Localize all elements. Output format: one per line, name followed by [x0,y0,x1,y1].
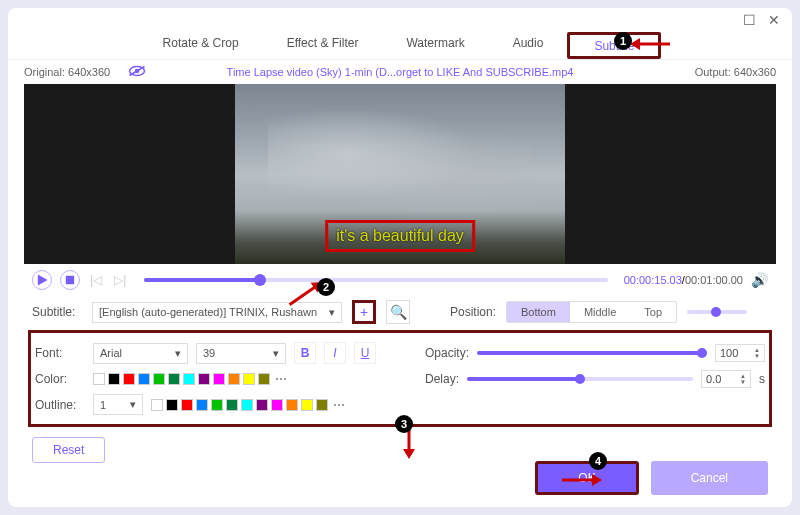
color-swatch[interactable] [196,399,208,411]
svg-marker-3 [38,274,48,285]
color-swatch[interactable] [301,399,313,411]
opacity-label: Opacity: [425,346,469,360]
annotation-marker-2: 2 [317,278,335,296]
color-label: Color: [35,372,85,386]
reset-button[interactable]: Reset [32,437,105,463]
original-resolution: Original: 640x360 [24,66,110,78]
annotation-marker-4: 4 [589,452,607,470]
color-swatch[interactable] [243,373,255,385]
more-colors-button[interactable]: ⋯ [273,372,289,386]
color-swatch[interactable] [258,373,270,385]
font-size-select[interactable]: 39▾ [196,343,286,364]
maximize-button[interactable]: ☐ [743,12,756,28]
color-swatch[interactable] [123,373,135,385]
output-resolution: Output: 640x360 [695,66,776,78]
color-swatch[interactable] [241,399,253,411]
titlebar: ☐ ✕ [8,8,792,32]
seek-slider[interactable] [144,278,607,282]
annotation-marker-1: 1 [614,32,632,50]
volume-icon[interactable]: 🔊 [751,272,768,288]
color-swatch[interactable] [316,399,328,411]
svg-marker-10 [403,449,415,459]
delay-slider[interactable] [467,377,693,381]
tab-rotate-crop[interactable]: Rotate & Crop [139,32,263,59]
bold-button[interactable]: B [294,342,316,364]
position-offset-slider[interactable] [687,310,747,314]
font-label: Font: [35,346,85,360]
preview-toggle-icon[interactable] [128,64,146,80]
cancel-button[interactable]: Cancel [651,461,768,495]
stop-button[interactable] [60,270,80,290]
svg-marker-12 [592,474,602,486]
underline-button[interactable]: U [354,342,376,364]
play-button[interactable] [32,270,52,290]
tabs-bar: Rotate & Crop Effect & Filter Watermark … [8,32,792,60]
annotation-arrow-4 [562,470,602,494]
more-colors-button[interactable]: ⋯ [331,398,347,412]
delay-label: Delay: [425,372,459,386]
subtitle-text: it's a beautiful day [336,227,464,244]
annotation-marker-3: 3 [395,415,413,433]
color-swatch[interactable] [166,399,178,411]
color-swatch[interactable] [138,373,150,385]
position-top[interactable]: Top [630,302,676,322]
tab-effect-filter[interactable]: Effect & Filter [263,32,383,59]
position-group: Bottom Middle Top [506,301,677,323]
outline-swatches: ⋯ [151,398,347,412]
time-display: 00:00:15.03/00:01:00.00 [624,274,743,286]
close-button[interactable]: ✕ [768,12,780,28]
font-select[interactable]: Arial▾ [93,343,188,364]
color-swatch[interactable] [271,399,283,411]
color-swatch[interactable] [108,373,120,385]
delay-unit: s [759,372,765,386]
video-preview: it's a beautiful day [24,84,776,264]
opacity-spinner[interactable]: 100▲▼ [715,344,765,362]
color-swatch[interactable] [168,373,180,385]
color-swatch[interactable] [153,373,165,385]
delay-spinner[interactable]: 0.0▲▼ [701,370,751,388]
color-swatch[interactable] [213,373,225,385]
italic-button[interactable]: I [324,342,346,364]
file-title: Time Lapse video (Sky) 1-min (D...orget … [227,66,574,78]
tab-audio[interactable]: Audio [489,32,568,59]
color-swatch[interactable] [198,373,210,385]
add-subtitle-button[interactable]: + [352,300,376,324]
color-swatch[interactable] [151,399,163,411]
style-panel: Font: Arial▾ 39▾ B I U Opacity: 100▲▼ Co… [28,330,772,427]
search-subtitle-button[interactable]: 🔍 [386,300,410,324]
svg-rect-4 [66,276,74,284]
color-swatch[interactable] [181,399,193,411]
position-middle[interactable]: Middle [570,302,630,322]
color-swatch[interactable] [211,399,223,411]
color-swatch[interactable] [93,373,105,385]
annotation-arrow-1 [630,34,670,58]
color-swatch[interactable] [226,399,238,411]
outline-label: Outline: [35,398,85,412]
position-label: Position: [450,305,496,319]
color-swatch[interactable] [286,399,298,411]
opacity-slider[interactable] [477,351,707,355]
color-swatch[interactable] [183,373,195,385]
position-bottom[interactable]: Bottom [507,302,570,322]
video-frame: it's a beautiful day [235,84,565,264]
playback-controls: |◁ ▷| 00:00:15.03/00:01:00.00 🔊 [8,264,792,296]
svg-line-7 [289,286,315,304]
prev-frame-button[interactable]: |◁ [88,273,104,287]
color-swatch[interactable] [228,373,240,385]
subtitle-row: Subtitle: [English (auto-generated)] TRI… [8,296,792,328]
color-swatch[interactable] [256,399,268,411]
next-frame-button[interactable]: ▷| [112,273,128,287]
tab-watermark[interactable]: Watermark [382,32,488,59]
subtitle-label: Subtitle: [32,305,82,319]
chevron-down-icon: ▾ [329,306,335,319]
color-swatches: ⋯ [93,372,289,386]
subtitle-overlay: it's a beautiful day [325,220,475,252]
info-bar: Original: 640x360 Time Lapse video (Sky)… [8,60,792,84]
outline-select[interactable]: 1▾ [93,394,143,415]
